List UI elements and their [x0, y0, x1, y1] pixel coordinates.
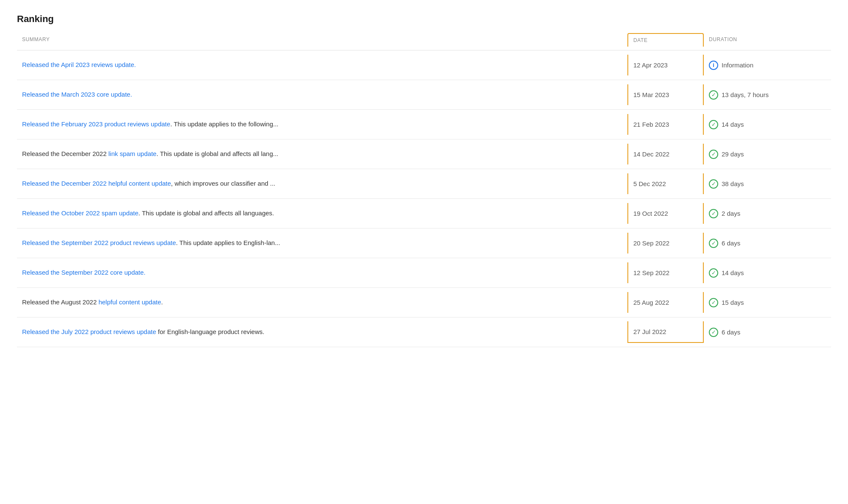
summary-cell: Released the February 2023 product revie…	[17, 113, 627, 136]
summary-link[interactable]: Released the March 2023 core update.	[22, 91, 132, 98]
summary-text: .	[161, 298, 163, 306]
summary-text: Released	[22, 298, 49, 306]
duration-text: Information	[722, 61, 753, 69]
check-icon: ✓	[709, 209, 718, 218]
duration-text: 6 days	[722, 239, 740, 247]
summary-cell: Released the October 2022 spam update. T…	[17, 202, 627, 225]
check-icon: ✓	[709, 298, 718, 307]
summary-text: , which improves our classifier and ...	[171, 180, 275, 187]
duration-text: 2 days	[722, 210, 740, 217]
summary-cell: Released the December 2022 link spam upd…	[17, 142, 627, 166]
summary-link[interactable]: Released the October 2022 spam update	[22, 209, 138, 217]
check-icon: ✓	[709, 120, 718, 129]
info-icon: i	[709, 61, 718, 70]
date-cell: 15 Mar 2023	[627, 84, 704, 105]
duration-cell: ✓38 days	[704, 173, 831, 195]
summary-link[interactable]: Released the February 2023 product revie…	[22, 120, 170, 128]
date-value: 14 Dec 2022	[633, 150, 669, 158]
summary-link[interactable]: link spam update	[108, 150, 156, 157]
summary-link[interactable]: Released the December 2022 helpful conte…	[22, 180, 171, 187]
summary-text: for English-language product reviews.	[156, 328, 264, 335]
summary-text: the August 2022	[49, 298, 98, 306]
table-row: Released the December 2022 helpful conte…	[17, 169, 831, 199]
date-value: 12 Sep 2022	[633, 269, 669, 276]
summary-text: . This update applies to English-lan...	[176, 239, 280, 246]
check-icon: ✓	[709, 268, 718, 278]
duration-header: DURATION	[704, 33, 831, 47]
summary-text: . This update is global and affects all …	[157, 150, 278, 157]
duration-cell: iInformation	[704, 54, 831, 77]
summary-cell: Released the July 2022 product reviews u…	[17, 320, 627, 344]
duration-cell: ✓15 days	[704, 291, 831, 314]
duration-text: 14 days	[722, 121, 744, 128]
summary-text: the December 2022	[49, 150, 108, 157]
summary-cell: Released the August 2022 helpful content…	[17, 291, 627, 314]
summary-link[interactable]: Released the September 2022 product revi…	[22, 239, 176, 246]
summary-header: SUMMARY	[17, 33, 627, 47]
date-value: 15 Mar 2023	[633, 91, 669, 98]
table-row: Released the July 2022 product reviews u…	[17, 317, 831, 347]
check-icon: ✓	[709, 179, 718, 189]
duration-cell: ✓2 days	[704, 202, 831, 225]
table-row: Released the August 2022 helpful content…	[17, 288, 831, 317]
summary-cell: Released the March 2023 core update.	[17, 83, 627, 106]
table-header: SUMMARY DATE DURATION	[17, 33, 831, 50]
duration-cell: ✓6 days	[704, 232, 831, 255]
summary-link[interactable]: Released the September 2022 core update.	[22, 269, 146, 276]
date-cell: 25 Aug 2022	[627, 292, 704, 313]
summary-text: . This update is global and affects all …	[138, 209, 274, 217]
ranking-table: SUMMARY DATE DURATION Released the April…	[17, 33, 831, 347]
duration-cell: ✓29 days	[704, 143, 831, 166]
table-body: Released the April 2023 reviews update.1…	[17, 50, 831, 347]
date-value: 19 Oct 2022	[633, 210, 668, 217]
duration-text: 13 days, 7 hours	[722, 91, 769, 98]
check-icon: ✓	[709, 150, 718, 159]
table-row: Released the December 2022 link spam upd…	[17, 139, 831, 169]
summary-text: . This update applies to the following..…	[170, 120, 278, 128]
date-cell: 20 Sep 2022	[627, 233, 704, 253]
page-title: Ranking	[17, 14, 831, 25]
summary-link[interactable]: helpful content update	[98, 298, 161, 306]
summary-text: Released	[22, 150, 49, 157]
duration-text: 14 days	[722, 269, 744, 276]
table-row: Released the September 2022 product revi…	[17, 228, 831, 258]
date-value: 25 Aug 2022	[633, 299, 669, 306]
date-cell: 19 Oct 2022	[627, 203, 704, 224]
table-row: Released the February 2023 product revie…	[17, 110, 831, 139]
duration-cell: ✓14 days	[704, 113, 831, 136]
duration-text: 15 days	[722, 299, 744, 306]
duration-cell: ✓13 days, 7 hours	[704, 84, 831, 106]
date-value: 5 Dec 2022	[633, 180, 666, 187]
summary-link[interactable]: Released the July 2022 product reviews u…	[22, 328, 156, 335]
duration-text: 6 days	[722, 329, 740, 336]
check-icon: ✓	[709, 328, 718, 337]
date-value: 12 Apr 2023	[633, 61, 668, 69]
duration-text: 29 days	[722, 150, 744, 158]
duration-cell: ✓6 days	[704, 321, 831, 344]
summary-cell: Released the December 2022 helpful conte…	[17, 172, 627, 195]
duration-text: 38 days	[722, 180, 744, 187]
table-row: Released the March 2023 core update.15 M…	[17, 80, 831, 110]
summary-cell: Released the April 2023 reviews update.	[17, 53, 627, 77]
check-icon: ✓	[709, 90, 718, 100]
date-cell: 5 Dec 2022	[627, 173, 704, 194]
table-row: Released the September 2022 core update.…	[17, 258, 831, 288]
date-cell: 14 Dec 2022	[627, 144, 704, 164]
table-row: Released the October 2022 spam update. T…	[17, 199, 831, 228]
date-cell: 12 Sep 2022	[627, 262, 704, 283]
date-header: DATE	[627, 33, 704, 47]
table-row: Released the April 2023 reviews update.1…	[17, 50, 831, 80]
date-value: 27 Jul 2022	[633, 328, 666, 335]
summary-link[interactable]: Released the April 2023 reviews update.	[22, 61, 136, 68]
date-value: 20 Sep 2022	[633, 239, 669, 247]
summary-cell: Released the September 2022 product revi…	[17, 231, 627, 255]
check-icon: ✓	[709, 239, 718, 248]
summary-cell: Released the September 2022 core update.	[17, 261, 627, 284]
date-cell: 12 Apr 2023	[627, 55, 704, 75]
date-cell: 21 Feb 2023	[627, 114, 704, 135]
date-cell: 27 Jul 2022	[627, 321, 704, 343]
date-value: 21 Feb 2023	[633, 121, 669, 128]
duration-cell: ✓14 days	[704, 262, 831, 284]
